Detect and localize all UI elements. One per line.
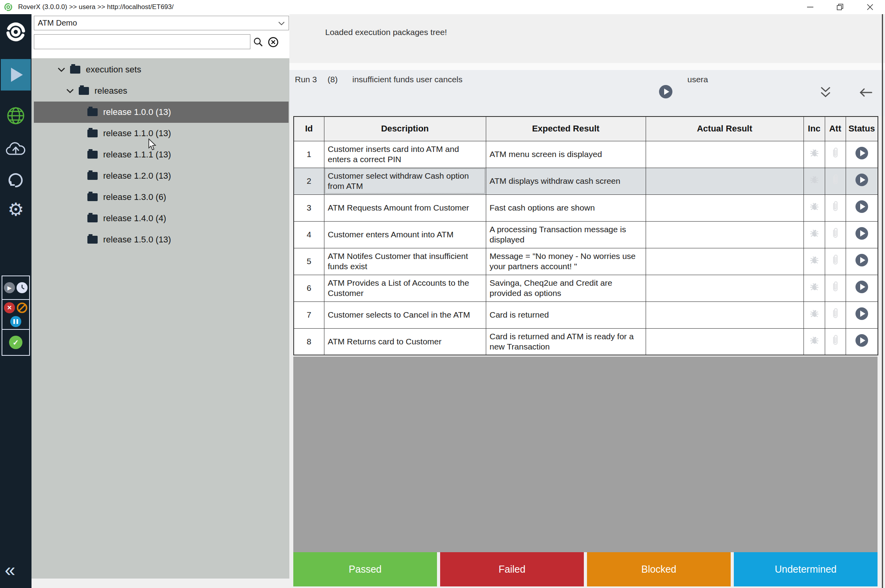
column-header-description: Description [324,116,486,141]
step-actual-cell[interactable] [646,194,804,221]
status-filter-running[interactable]: ▶ [2,276,30,300]
tree-item-release-1.2.0-13-[interactable]: release 1.2.0 (13) [34,165,289,187]
app-logo-icon [4,2,13,12]
table-row[interactable]: 6 ATM Provides a List of Accounts to the… [294,275,878,301]
tree-item-releases[interactable]: releases [34,80,289,102]
cloud-upload-icon [6,141,26,157]
project-selector[interactable]: ATM Demo [34,16,289,30]
step-actual-cell[interactable] [646,141,804,168]
tree-item-release-1.4.0-4-[interactable]: release 1.4.0 (4) [34,208,289,229]
step-status-cell[interactable] [846,248,878,275]
clear-search-button[interactable] [267,36,280,48]
step-expected-cell[interactable]: ATM menu screen is displayed [486,141,646,168]
back-button[interactable] [859,87,873,99]
step-description-cell[interactable]: ATM Notifes Customer that insufficient f… [324,248,486,275]
step-status-cell[interactable] [846,328,878,355]
step-incident-cell[interactable] [804,248,825,275]
column-header-actual-result: Actual Result [646,116,804,141]
passed-button[interactable]: Passed [293,552,437,586]
table-row[interactable]: 7 Customer selects to Cancel in the ATM … [294,301,878,328]
tree-item-release-1.5.0-13-[interactable]: release 1.5.0 (13) [34,229,289,250]
run-step-play-icon [855,307,868,320]
tree-item-label: release 1.2.0 (13) [103,171,171,181]
step-description-cell[interactable]: Customer enters Amount into ATM [324,221,486,248]
paperclip-icon [831,227,840,240]
table-row[interactable]: 1 Customer inserts card into ATM and ent… [294,141,878,168]
tree-item-release-1.3.0-6-[interactable]: release 1.3.0 (6) [34,187,289,208]
close-button[interactable] [855,0,885,14]
blocked-button[interactable]: Blocked [587,552,731,586]
step-status-cell[interactable] [846,221,878,248]
step-expected-cell[interactable]: Card is returned and ATM is ready for a … [486,328,646,355]
step-status-cell[interactable] [846,275,878,301]
table-row[interactable]: 2 Customer select withdraw Cash option f… [294,168,878,194]
sidebar-item-settings[interactable]: ⚙ [0,199,31,220]
status-filter-outcome[interactable]: ✕ [2,300,30,330]
step-incident-cell[interactable] [804,141,825,168]
step-incident-cell[interactable] [804,221,825,248]
chevron-down-icon[interactable] [66,89,74,93]
table-row[interactable]: 8 ATM Returns card to Customer Card is r… [294,328,878,355]
restore-button[interactable] [825,0,855,14]
step-description-cell[interactable]: Customer select withdraw Cash option fro… [324,168,486,194]
step-id: 4 [294,221,324,248]
sidebar-item-execution[interactable] [1,59,31,91]
step-id: 2 [294,168,324,194]
tree-item-release-1.1.0-13-[interactable]: release 1.1.0 (13) [34,123,289,144]
step-actual-cell[interactable] [646,248,804,275]
sidebar-item-history[interactable] [0,170,31,190]
step-description-cell[interactable]: ATM Provides a List of Accounts to the C… [324,275,486,301]
minimize-button[interactable] [795,0,825,14]
step-status-cell[interactable] [846,141,878,168]
undetermined-button[interactable]: Undetermined [734,552,878,586]
step-incident-cell[interactable] [804,168,825,194]
step-attachment-cell[interactable] [825,275,846,301]
step-expected-cell[interactable]: ATM displays withdraw cash screen [486,168,646,194]
step-incident-cell[interactable] [804,275,825,301]
table-row[interactable]: 3 ATM Requests Amount from Customer Fast… [294,194,878,221]
step-attachment-cell[interactable] [825,301,846,328]
expand-all-button[interactable] [820,86,831,100]
step-actual-cell[interactable] [646,221,804,248]
step-attachment-cell[interactable] [825,221,846,248]
tree-item-execution-sets[interactable]: execution sets [34,59,289,80]
sidebar-item-upload[interactable] [0,139,31,159]
collapse-sidebar-button[interactable]: « [5,560,15,579]
failed-button[interactable]: Failed [440,552,584,586]
step-expected-cell[interactable]: Fast cash options are shown [486,194,646,221]
step-expected-cell[interactable]: Savinga, Cheq2ue and Credit are provided… [486,275,646,301]
step-incident-cell[interactable] [804,328,825,355]
search-input[interactable] [34,34,250,49]
run-play-button[interactable] [659,85,673,99]
step-status-cell[interactable] [846,194,878,221]
step-actual-cell[interactable] [646,168,804,194]
step-attachment-cell[interactable] [825,168,846,194]
step-incident-cell[interactable] [804,194,825,221]
table-row[interactable]: 4 Customer enters Amount into ATM A proc… [294,221,878,248]
step-status-cell[interactable] [846,168,878,194]
step-description-cell[interactable]: ATM Returns card to Customer [324,328,486,355]
step-description-cell[interactable]: ATM Requests Amount from Customer [324,194,486,221]
chevron-down-icon[interactable] [57,67,65,72]
step-expected-cell[interactable]: A processing Transaction message is disp… [486,221,646,248]
tree-item-release-1.1.1-13-[interactable]: release 1.1.1 (13) [34,144,289,165]
step-actual-cell[interactable] [646,275,804,301]
step-actual-cell[interactable] [646,301,804,328]
step-expected-cell[interactable]: Message = "No money - No worries use you… [486,248,646,275]
step-incident-cell[interactable] [804,301,825,328]
tree-item-release-1.0.0-13-[interactable]: release 1.0.0 (13) [34,102,289,123]
step-status-cell[interactable] [846,301,878,328]
step-expected-cell[interactable]: Card is returned [486,301,646,328]
step-attachment-cell[interactable] [825,328,846,355]
blocked-icon [17,302,28,313]
search-button[interactable] [252,36,265,48]
sidebar-item-web[interactable] [0,105,31,126]
step-attachment-cell[interactable] [825,141,846,168]
status-filter-passed[interactable]: ✓ [2,330,30,356]
step-attachment-cell[interactable] [825,248,846,275]
step-attachment-cell[interactable] [825,194,846,221]
table-row[interactable]: 5 ATM Notifes Customer that insufficient… [294,248,878,275]
step-description-cell[interactable]: Customer inserts card into ATM and enter… [324,141,486,168]
step-description-cell[interactable]: Customer selects to Cancel in the ATM [324,301,486,328]
step-actual-cell[interactable] [646,328,804,355]
